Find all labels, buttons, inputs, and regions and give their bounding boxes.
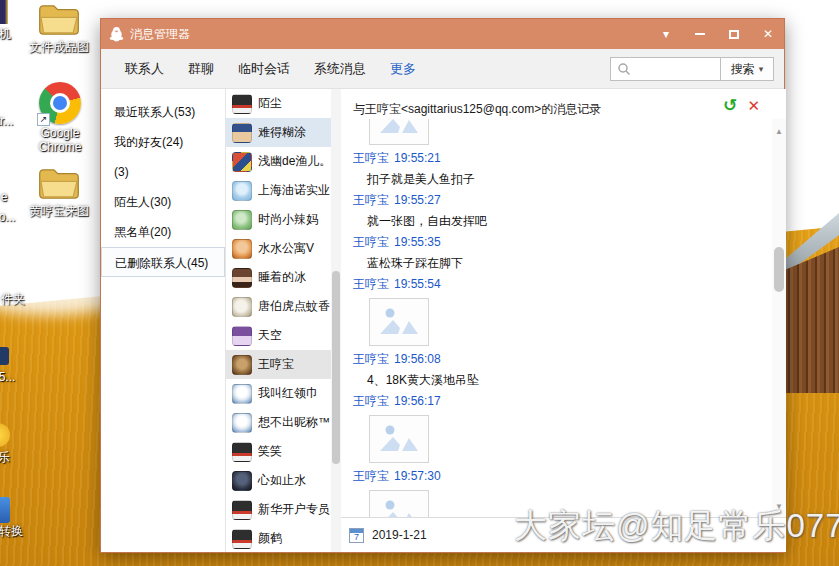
broken-image-icon xyxy=(377,496,421,517)
contact-row[interactable]: 睡着的冰 xyxy=(226,263,331,292)
chat-scrollbar[interactable]: ▲ ▼ xyxy=(772,119,786,517)
broken-image-placeholder[interactable] xyxy=(369,490,429,517)
window-menu-icon[interactable]: ▾ xyxy=(656,24,676,44)
contact-row[interactable]: 时尚小辣妈 xyxy=(226,205,331,234)
calendar-icon[interactable]: 7 xyxy=(349,528,364,543)
message-text: 4、18K黄大溪地吊坠 xyxy=(353,370,772,391)
tab-more[interactable]: 更多 xyxy=(390,60,416,78)
search-button-label: 搜索 xyxy=(731,61,755,78)
message-time: 19:56:08 xyxy=(394,352,441,366)
desktop-icon-partial[interactable] xyxy=(0,347,9,365)
desktop-icon-partial[interactable]: e xyxy=(0,188,14,204)
scroll-down-icon[interactable]: ▼ xyxy=(772,502,786,511)
contact-row[interactable]: 颜鹤 xyxy=(226,524,331,553)
contact-row[interactable]: 天空 xyxy=(226,321,331,350)
scrollbar-thumb[interactable] xyxy=(774,247,784,292)
broken-image-placeholder[interactable] xyxy=(369,415,429,463)
contact-avatar xyxy=(232,239,252,259)
contact-row[interactable]: 上海油诺实业 xyxy=(226,176,331,205)
category-sidebar: 最近联系人(53) 我的好友(24) (3) 陌生人(30) 黑名单(20) 已… xyxy=(101,89,226,552)
contact-avatar xyxy=(232,442,252,462)
calendar-day: 7 xyxy=(350,533,363,542)
search-button[interactable]: 搜索 ▾ xyxy=(720,57,774,81)
sidebar-item-my-friends[interactable]: 我的好友(24) xyxy=(101,127,225,157)
desktop-icon-folder[interactable]: 黄哼宝来图 xyxy=(16,166,102,218)
message-list: 王哼宝19:55:21 扣子就是美人鱼扣子 王哼宝19:55:27 就一张图，自… xyxy=(341,119,772,517)
message-sender: 王哼宝 xyxy=(353,469,389,483)
broken-image-placeholder[interactable] xyxy=(369,298,429,346)
desktop-icon-partial[interactable] xyxy=(0,497,10,523)
sidebar-item-blacklist[interactable]: 黑名单(20) xyxy=(101,217,225,247)
folder-icon xyxy=(36,2,82,38)
contact-row[interactable]: 笑笑 xyxy=(226,437,331,466)
search-input[interactable] xyxy=(610,57,720,81)
message-text: 蓝松珠子踩在脚下 xyxy=(353,253,772,274)
contact-row[interactable]: 难得糊涂 xyxy=(226,118,331,147)
desktop-icon-partial[interactable] xyxy=(0,0,8,24)
contact-avatar xyxy=(232,355,252,375)
contact-avatar xyxy=(232,268,252,288)
broken-image-placeholder[interactable] xyxy=(369,119,429,145)
tab-temp-sessions[interactable]: 临时会话 xyxy=(238,60,290,78)
desktop-icon-partial[interactable]: 乐 xyxy=(0,448,14,464)
contact-name: 心如止水 xyxy=(258,472,306,489)
contact-row[interactable]: 心如止水 xyxy=(226,466,331,495)
desktop-icon-partial[interactable]: 5... xyxy=(0,368,20,384)
contact-name: 陌尘 xyxy=(258,95,282,112)
desktop-icon-chrome[interactable]: ↗ Google Chrome xyxy=(20,82,100,154)
desktop-icon-folder[interactable]: 文件成品图 xyxy=(16,2,102,54)
message-manager-window: 消息管理器 ▾ ✕ 联系人 群聊 临时会话 系统消息 更多 搜索 xyxy=(100,18,785,553)
contact-row[interactable]: 浅幽de渔儿。 xyxy=(226,147,331,176)
shortcut-arrow-icon: ↗ xyxy=(37,113,50,126)
sidebar-item-recent-contacts[interactable]: 最近联系人(53) xyxy=(101,97,225,127)
contact-row[interactable]: 水水公寓V xyxy=(226,234,331,263)
desktop-icon-label: o... xyxy=(0,210,15,224)
contact-row[interactable]: 唐伯虎点蚊香 xyxy=(226,292,331,321)
message-time: 19:55:27 xyxy=(394,193,441,207)
message-sender: 王哼宝 xyxy=(353,235,389,249)
desktop-icon-partial[interactable]: 件夹 xyxy=(0,290,30,306)
message-meta: 王哼宝19:57:30 xyxy=(353,466,772,487)
message-meta: 王哼宝19:56:17 xyxy=(353,391,772,412)
desktop-icon-partial[interactable]: 机 xyxy=(0,25,16,41)
desktop-icon-label: 5... xyxy=(0,370,15,384)
minimize-icon[interactable] xyxy=(690,24,710,44)
scrollbar-thumb[interactable] xyxy=(332,271,340,464)
titlebar[interactable]: 消息管理器 ▾ ✕ xyxy=(101,19,784,49)
contact-list-scrollbar[interactable] xyxy=(331,89,341,552)
tab-group-chats[interactable]: 群聊 xyxy=(188,60,214,78)
contact-list: 陌尘 难得糊涂 浅幽de渔儿。 上海油诺实业 时尚小辣妈 水水公寓V 睡着的冰 … xyxy=(226,89,331,552)
close-icon[interactable]: ✕ xyxy=(758,24,778,44)
contact-row-selected[interactable]: 王哼宝 xyxy=(226,350,331,379)
message-text: 就一张图，自由发挥吧 xyxy=(353,211,772,232)
sidebar-item-strangers[interactable]: 陌生人(30) xyxy=(101,187,225,217)
message-text: 扣子就是美人鱼扣子 xyxy=(353,169,772,190)
contact-row[interactable]: 新华开户专员... xyxy=(226,495,331,524)
sidebar-item-deleted-contacts[interactable]: 已删除联系人(45) xyxy=(101,247,225,277)
refresh-icon[interactable]: ↺ xyxy=(723,97,737,114)
sidebar-item-group-3[interactable]: (3) xyxy=(101,157,225,187)
broken-image-icon xyxy=(377,119,421,139)
contact-row[interactable]: 陌尘 xyxy=(226,89,331,118)
maximize-icon[interactable] xyxy=(724,24,744,44)
desktop-icon-partial[interactable]: tr... xyxy=(0,112,18,128)
contact-row[interactable]: 想不出昵称™ xyxy=(226,408,331,437)
window-title: 消息管理器 xyxy=(130,26,190,43)
qq-penguin-icon xyxy=(109,26,124,42)
contact-name: 新华开户专员... xyxy=(258,501,340,518)
chat-close-icon[interactable]: ✕ xyxy=(747,97,760,114)
message-time: 19:55:21 xyxy=(394,151,441,165)
contact-name: 睡着的冰 xyxy=(258,269,306,286)
chrome-icon: ↗ xyxy=(39,82,81,124)
contact-avatar xyxy=(232,123,252,143)
desktop-icon-partial[interactable]: 转换 xyxy=(0,522,30,538)
contact-row[interactable]: 我叫红领巾 xyxy=(226,379,331,408)
date-bar: 7 2019-1-21 xyxy=(341,517,786,552)
desktop-icon-label: 黄哼宝来图 xyxy=(29,204,89,218)
contact-avatar xyxy=(232,181,252,201)
contact-avatar xyxy=(232,326,252,346)
scroll-up-icon[interactable]: ▲ xyxy=(772,127,786,136)
contact-name: 我叫红领巾 xyxy=(258,385,318,402)
tab-system-messages[interactable]: 系统消息 xyxy=(314,60,366,78)
tab-contacts[interactable]: 联系人 xyxy=(125,60,164,78)
